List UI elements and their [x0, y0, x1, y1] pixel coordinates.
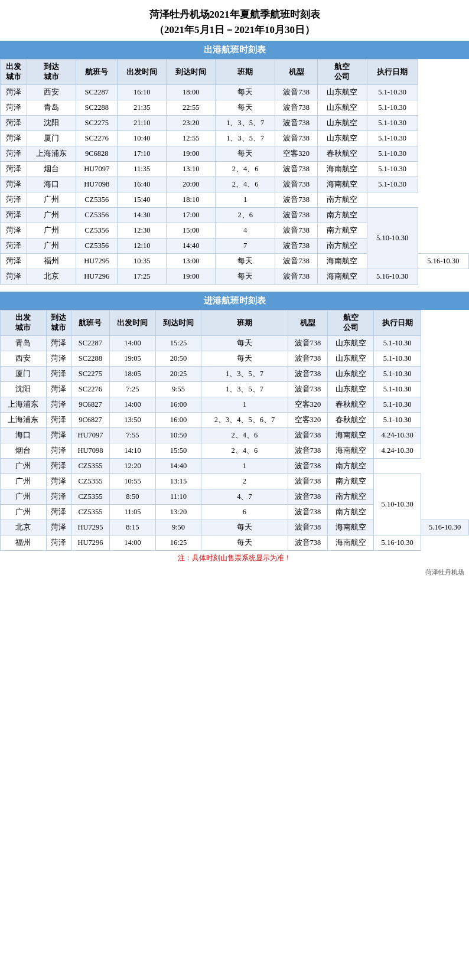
table-cell: 23:20	[167, 116, 216, 131]
table-cell: 11:05	[110, 505, 156, 520]
table-cell: 12:10	[118, 239, 167, 254]
col-dep-city-arr: 出发城市	[1, 311, 47, 336]
table-cell: 菏泽	[46, 382, 71, 397]
table-cell: 10:50	[155, 428, 201, 443]
table-cell: 15:25	[155, 336, 201, 351]
arrival-header-row: 出发城市 到达城市 航班号 出发时间 到达时间 班期 机型 航空公司 执行日期	[1, 311, 469, 336]
table-cell: 13:10	[167, 162, 216, 177]
table-cell: SC2287	[76, 85, 118, 100]
table-cell: 18:05	[110, 367, 156, 382]
table-cell: 广州	[27, 223, 76, 239]
table-cell: CZ5356	[76, 192, 118, 208]
table-cell: 每天	[201, 336, 288, 351]
table-cell: 海南航空	[328, 520, 374, 535]
table-cell: 菏泽	[46, 459, 71, 474]
table-cell: 广州	[1, 489, 47, 505]
table-cell: 10:55	[110, 474, 156, 489]
col-arr-time: 到达时间	[167, 60, 216, 85]
table-cell: 每天	[216, 146, 275, 162]
table-cell: 烟台	[1, 443, 47, 459]
table-cell: 南方航空	[328, 459, 374, 474]
table-cell: 1、3、5、7	[216, 116, 275, 131]
table-row: 菏泽厦门SC227610:4012:551、3、5、7波音738山东航空5.1-…	[1, 131, 469, 146]
title-line2: （2021年5月1日－2021年10月30日）	[0, 22, 469, 38]
table-cell: 5.10-10.30	[373, 474, 421, 535]
table-cell: 18:00	[167, 85, 216, 100]
table-cell: 19:00	[167, 269, 216, 285]
table-cell: 烟台	[27, 162, 76, 177]
table-cell: 菏泽	[1, 254, 27, 269]
table-cell: 9:50	[155, 520, 201, 535]
table-cell: 10:40	[118, 131, 167, 146]
table-cell: 1	[201, 397, 288, 413]
table-row: 上海浦东菏泽9C682714:0016:001空客320春秋航空5.1-10.3…	[1, 397, 469, 413]
main-title: 菏泽牡丹机场2021年夏航季航班时刻表 （2021年5月1日－2021年10月3…	[0, 0, 469, 41]
table-cell: 5.1-10.30	[373, 397, 421, 413]
table-cell: 14:00	[110, 336, 156, 351]
table-cell: 14:40	[155, 459, 201, 474]
table-cell: SC2287	[71, 336, 109, 351]
table-cell: 13:15	[155, 474, 201, 489]
table-cell: 上海浦东	[27, 146, 76, 162]
table-cell: 波音738	[275, 177, 318, 192]
table-cell: 海口	[1, 428, 47, 443]
table-cell: SC2288	[71, 351, 109, 367]
table-cell: 1	[216, 192, 275, 208]
table-cell: 波音738	[275, 192, 318, 208]
departure-section-header: 出港航班时刻表	[0, 41, 469, 59]
table-cell: 12:30	[118, 223, 167, 239]
table-cell: 空客320	[288, 397, 328, 413]
table-cell: 22:55	[167, 100, 216, 116]
table-row: 菏泽西安SC228716:1018:00每天波音738山东航空5.1-10.30	[1, 85, 469, 100]
table-cell: 菏泽	[1, 85, 27, 100]
col-arr-city-arr: 到达城市	[46, 311, 71, 336]
table-row: 西安菏泽SC228819:0520:50每天波音738山东航空5.1-10.30	[1, 351, 469, 367]
table-cell: 13:20	[155, 505, 201, 520]
table-cell: 16:40	[118, 177, 167, 192]
table-cell: 5.1-10.30	[373, 413, 421, 428]
table-cell: 波音738	[275, 254, 318, 269]
table-cell: 17:10	[118, 146, 167, 162]
table-cell: CZ5355	[71, 459, 109, 474]
table-cell: 春秋航空	[328, 413, 374, 428]
table-row: 菏泽上海浦东9C682817:1019:00每天空客320春秋航空5.1-10.…	[1, 146, 469, 162]
table-cell: 厦门	[27, 131, 76, 146]
table-cell: 菏泽	[1, 269, 27, 285]
table-cell: 1、3、5、7	[201, 367, 288, 382]
table-cell: 上海浦东	[1, 413, 47, 428]
table-cell: 广州	[27, 239, 76, 254]
table-cell: 广州	[1, 505, 47, 520]
table-cell: 2	[201, 474, 288, 489]
table-cell: 14:00	[110, 397, 156, 413]
table-cell: 菏泽	[1, 239, 27, 254]
table-cell: 16:25	[155, 535, 201, 551]
table-cell: 17:00	[167, 208, 216, 223]
departure-table: 出发城市 到达城市 航班号 出发时间 到达时间 班期 机型 航空公司 执行日期 …	[0, 59, 469, 285]
table-row: 青岛菏泽SC228714:0015:25每天波音738山东航空5.1-10.30	[1, 336, 469, 351]
table-cell: 波音738	[275, 162, 318, 177]
table-cell: 5.1-10.30	[367, 162, 418, 177]
table-cell: 14:10	[110, 443, 156, 459]
table-row: 菏泽海口HU709816:4020:002、4、6波音738海南航空5.1-10…	[1, 177, 469, 192]
table-cell: 11:35	[118, 162, 167, 177]
table-row: 上海浦东菏泽9C682713:5016:002、3、4、5、6、7空客320春秋…	[1, 413, 469, 428]
table-cell: HU7098	[71, 443, 109, 459]
table-cell: 菏泽	[1, 116, 27, 131]
table-cell: 菏泽	[1, 223, 27, 239]
table-cell: CZ5356	[76, 239, 118, 254]
table-cell: 1	[201, 459, 288, 474]
table-cell: SC2275	[71, 367, 109, 382]
table-cell: 菏泽	[46, 443, 71, 459]
table-cell: 波音738	[275, 269, 318, 285]
table-cell: HU7295	[71, 520, 109, 535]
table-cell: 北京	[1, 520, 47, 535]
table-cell: 5.10-10.30	[367, 208, 418, 269]
table-cell: HU7097	[71, 428, 109, 443]
table-cell: 波音738	[288, 505, 328, 520]
table-cell: 波音738	[288, 336, 328, 351]
table-cell: 16:00	[155, 397, 201, 413]
table-cell: 菏泽	[46, 535, 71, 551]
table-cell: 波音738	[275, 100, 318, 116]
table-cell: 春秋航空	[328, 397, 374, 413]
table-cell: 9C6827	[71, 397, 109, 413]
